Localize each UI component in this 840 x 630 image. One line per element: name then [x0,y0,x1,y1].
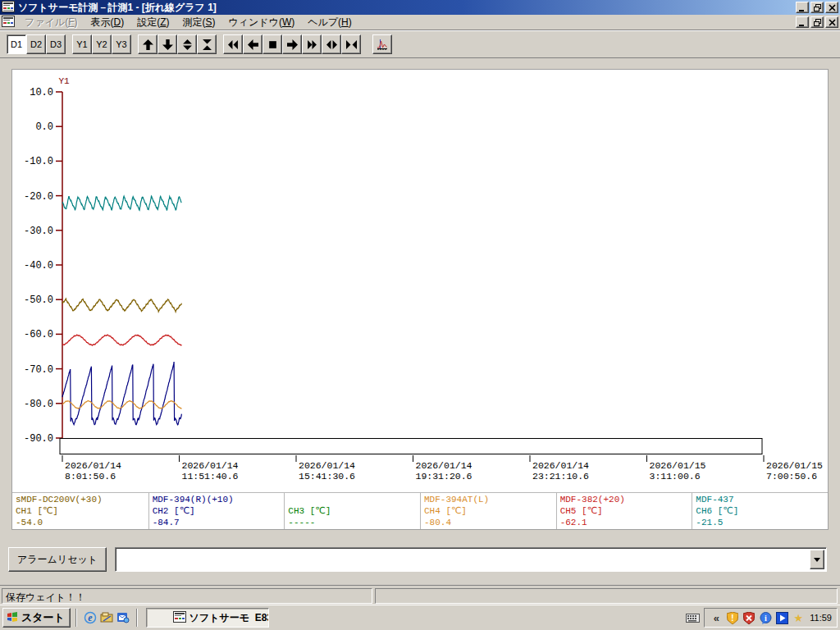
toolbar-button-step-left[interactable] [243,34,262,54]
star-icon[interactable]: ★ [792,611,805,624]
channel-title: MDF-394AT(L) [424,494,553,505]
toolbar-button-step-right[interactable] [282,34,302,54]
svg-text:2026/01/15: 2026/01/15 [650,460,706,471]
step-left-icon [248,39,258,50]
toolbar-button-compress-horizontal[interactable] [341,34,361,54]
channel-value: -84.7 [153,517,281,528]
series-ch2 [62,362,181,425]
toolbar-button-y2[interactable]: Y2 [92,34,112,54]
chart-panel: Y110.00.0-10.0-20.0-30.0-40.0-50.0-60.0-… [11,69,829,530]
alarm-row: アラームリセット [8,547,827,572]
outlook-icon[interactable] [115,609,131,626]
channel-label: CH5 [℃] [560,505,689,517]
legend: sMDF-DC200V(+30)CH1 [℃]-54.0MDF-394(R)(+… [12,492,828,529]
toolbar-button-d2[interactable]: D2 [26,34,46,54]
svg-text:-20.0: -20.0 [24,191,53,203]
toolbar-button-skip-back[interactable] [223,34,243,54]
menu-item-d[interactable]: 表示(D) [84,14,130,31]
system-tray: « ! i ★ 11:59 [704,608,838,628]
menu-item-w[interactable]: ウィンドウ(W) [222,14,302,31]
toolbar-button-skip-forward[interactable] [302,34,322,54]
menu-item-s[interactable]: 測定(S) [176,14,221,31]
svg-text:2026/01/14: 2026/01/14 [532,460,589,471]
alarm-reset-button[interactable]: アラームリセット [8,547,107,572]
taskbar-separator [75,609,77,627]
svg-text:2026/01/14: 2026/01/14 [416,460,472,471]
media-play-icon[interactable] [775,611,788,624]
series-ch5 [62,335,181,345]
start-button[interactable]: スタート [2,608,71,628]
channel-value: -80.4 [424,517,553,528]
security-warning-icon[interactable]: ! [726,611,739,624]
desktop-icon[interactable] [98,609,115,626]
status-panel-secondary [375,588,838,604]
svg-text:2026/01/15: 2026/01/15 [766,460,823,471]
channel-label: CH6 [℃] [696,505,824,517]
app-icon [151,608,186,628]
channel-title [288,494,417,505]
svg-text:e: e [88,612,93,623]
mdi-restore-button[interactable] [810,16,824,28]
keyboard-icon[interactable] [686,614,700,623]
taskbar: スタート e ソフトサーモ E830 « ! [0,605,840,630]
svg-text:Y1: Y1 [58,76,70,86]
svg-text:-90.0: -90.0 [24,433,53,445]
toolbar-button-arrow-down[interactable] [158,34,177,54]
svg-text:2026/01/14: 2026/01/14 [65,460,121,471]
toolbar-button-graph-settings[interactable] [372,34,392,54]
menu-item-f: ファイル(F) [18,14,84,31]
legend-cell-ch3: CH3 [℃]----- [284,493,420,529]
toolbar-button-y1[interactable]: Y1 [72,34,92,54]
info-balloon-icon[interactable]: i [759,611,772,624]
svg-text:10.0: 10.0 [30,87,53,98]
expand-vertical-icon [182,39,193,50]
ie-icon[interactable]: e [82,609,98,626]
channel-value: -21.5 [696,517,824,528]
security-alert-icon[interactable] [742,611,756,624]
channel-label: CH1 [℃] [16,505,145,517]
svg-text:3:11:00.6: 3:11:00.6 [650,471,701,482]
toolbar-button-compress-vertical[interactable] [197,34,217,54]
svg-text:-10.0: -10.0 [24,156,53,167]
combobox-dropdown-button[interactable] [810,550,824,569]
windows-logo-icon [6,611,19,625]
close-button[interactable] [825,2,838,13]
svg-text:19:31:20.6: 19:31:20.6 [416,471,472,482]
legend-cell-ch1: sMDF-DC200V(+30)CH1 [℃]-54.0 [12,493,148,529]
toolbar-button-expand-horizontal[interactable] [322,34,341,54]
alarm-combobox-value[interactable] [117,550,810,569]
svg-text:2026/01/14: 2026/01/14 [182,460,239,471]
skip-forward-icon [307,39,317,50]
svg-text:-50.0: -50.0 [24,294,53,306]
channel-value: ----- [288,517,417,528]
minimize-button[interactable] [796,2,809,13]
alarm-combobox[interactable] [115,547,827,572]
menu-item-h[interactable]: ヘルプ(H) [301,14,358,31]
toolbar-button-d1[interactable]: D1 [7,34,26,54]
svg-text:15:41:30.6: 15:41:30.6 [299,471,355,482]
legend-cell-ch5: MDF-382(+20)CH5 [℃]-62.1 [556,493,692,529]
compress-vertical-icon [202,39,212,50]
svg-text:-80.0: -80.0 [24,399,53,410]
toolbar-button-y3[interactable]: Y3 [112,34,131,54]
svg-text:-60.0: -60.0 [24,329,53,340]
channel-value: -54.0 [16,517,145,528]
skip-back-icon [228,39,239,50]
task-button-softthermo[interactable]: ソフトサーモ E830 [146,608,269,628]
mdi-minimize-button[interactable] [796,16,809,28]
menu-item-z[interactable]: 設定(Z) [130,14,176,31]
start-button-label: スタート [21,610,65,625]
status-bar: 保存ウェイト！！ [0,585,840,605]
toolbar-button-d3[interactable]: D3 [46,34,66,54]
channel-title: MDF-382(+20) [560,494,689,505]
legend-cell-ch4: MDF-394AT(L)CH4 [℃]-80.4 [420,493,556,529]
stop-icon [267,39,278,50]
svg-text:7:00:50.6: 7:00:50.6 [766,471,817,482]
restore-button[interactable] [810,2,824,13]
mdi-close-button[interactable] [825,16,838,28]
collapse-chevron-icon[interactable]: « [710,611,723,624]
arrow-up-icon [143,39,153,50]
toolbar-button-arrow-up[interactable] [138,34,158,54]
toolbar-button-expand-vertical[interactable] [177,34,197,54]
toolbar-button-stop[interactable] [262,34,282,54]
